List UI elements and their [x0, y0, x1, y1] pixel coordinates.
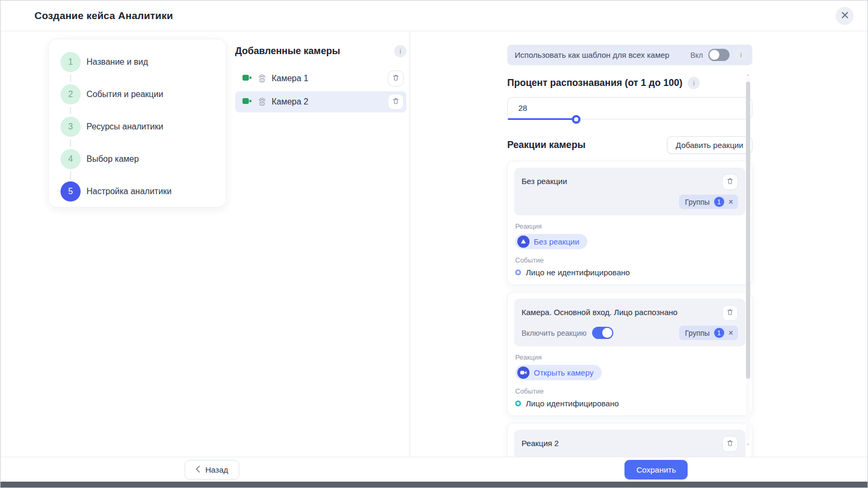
- reaction-pill-label: Открыть камеру: [534, 368, 594, 377]
- added-cameras-panel: Добавленные камеры i Камера 1: [227, 39, 410, 457]
- reaction-pill[interactable]: Без реакции: [515, 234, 587, 249]
- stepper-step-2[interactable]: 2 События и реакции: [60, 84, 214, 104]
- added-cameras-title: Добавленные камеры: [235, 46, 340, 57]
- toggle-state-label: Вкл: [690, 51, 703, 59]
- step-label: События и реакции: [86, 90, 163, 99]
- reaction-card-header: Реакция 2 Включить реакцию Добави: [514, 430, 745, 457]
- page-title: Создание кейса Аналитики: [34, 10, 173, 22]
- delete-reaction-button[interactable]: [722, 174, 738, 190]
- reaction-card-header: Камера. Основной вход. Лицо распознано В…: [514, 299, 745, 346]
- back-button-label: Назад: [205, 465, 228, 474]
- info-icon[interactable]: i: [688, 77, 700, 89]
- back-button[interactable]: Назад: [185, 460, 239, 480]
- left-pane: 1 Название и вид 2 События и реакции 3 Р…: [1, 31, 410, 457]
- groups-chip[interactable]: Группы 1 ×: [679, 326, 738, 340]
- video-camera-icon: [242, 97, 253, 107]
- camera-name: Камера 1: [272, 74, 308, 83]
- stream-device-icon: [257, 74, 267, 83]
- step-connector: [70, 75, 71, 82]
- scrollbar[interactable]: ▲ ▼: [746, 78, 750, 441]
- stepper-step-3[interactable]: 3 Ресурсы аналитики: [60, 117, 214, 137]
- stepper-step-1[interactable]: 1 Название и вид: [60, 52, 214, 72]
- step-label: Ресурсы аналитики: [86, 122, 163, 132]
- stepper-step-4[interactable]: 4 Выбор камер: [60, 149, 214, 169]
- dialog-footer: Назад Сохранить: [1, 457, 867, 482]
- reaction-card-header: Без реакции Группы 1 ×: [514, 168, 745, 215]
- stream-device-icon: [257, 98, 267, 106]
- step-number: 5: [60, 181, 81, 202]
- window-bottom-edge: [1, 482, 867, 487]
- toggle-knob: [709, 50, 719, 60]
- event-status-icon: [515, 400, 521, 406]
- template-banner: Использовать как шаблон для всех камер В…: [507, 45, 752, 65]
- scroll-down-icon[interactable]: ▼: [746, 443, 750, 446]
- reaction-field-label: Реакция: [515, 222, 744, 230]
- close-button[interactable]: [836, 7, 854, 25]
- template-toggle[interactable]: [708, 49, 730, 61]
- recognition-slider-handle[interactable]: [572, 115, 580, 124]
- no-reaction-icon: [517, 236, 530, 248]
- enable-reaction-label: Включить реакцию: [522, 329, 587, 337]
- step-number: 1: [60, 52, 81, 72]
- delete-camera-button[interactable]: [388, 94, 404, 110]
- trash-icon: [392, 97, 400, 107]
- groups-chip[interactable]: Группы 1 ×: [679, 195, 738, 209]
- delete-reaction-button[interactable]: [722, 436, 738, 452]
- step-connector: [70, 107, 71, 114]
- reaction-card: Камера. Основной вход. Лицо распознано В…: [507, 292, 752, 416]
- reaction-field-label: Реакция: [515, 353, 744, 361]
- chip-close-icon[interactable]: ×: [728, 329, 733, 337]
- create-analytics-case-dialog: Создание кейса Аналитики 1 Название и ви…: [0, 0, 868, 488]
- step-number: 2: [60, 84, 81, 104]
- save-button[interactable]: Сохранить: [624, 460, 688, 480]
- reaction-pill-label: Без реакции: [534, 237, 579, 246]
- groups-chip-label: Группы: [685, 329, 710, 337]
- dialog-body: 1 Название и вид 2 События и реакции 3 Р…: [1, 31, 867, 457]
- groups-count-badge: 1: [714, 328, 724, 338]
- recognition-percent-value: 28: [508, 98, 752, 119]
- stepper: 1 Название и вид 2 События и реакции 3 Р…: [48, 39, 227, 207]
- stepper-step-5[interactable]: 5 Настройка аналитики: [60, 181, 214, 202]
- step-label: Настройка аналитики: [86, 187, 171, 196]
- analytics-settings-panel: Использовать как шаблон для всех камер В…: [410, 31, 867, 457]
- delete-camera-button[interactable]: [388, 71, 404, 86]
- toggle-knob: [602, 328, 612, 338]
- camera-list-item[interactable]: Камера 2: [235, 91, 406, 112]
- open-camera-icon: [517, 367, 530, 379]
- event-name: Лицо не идентифицировано: [526, 268, 630, 277]
- scroll-up-icon[interactable]: ▲: [746, 73, 750, 76]
- event-status-icon: [515, 269, 521, 275]
- trash-icon: [392, 74, 400, 83]
- enable-reaction-toggle[interactable]: [592, 327, 613, 339]
- event-field-label: Событие: [515, 387, 744, 395]
- reaction-card-title: Реакция 2: [522, 436, 559, 448]
- groups-chip-label: Группы: [685, 198, 710, 206]
- recognition-slider-fill: [508, 118, 576, 120]
- camera-name: Камера 2: [272, 97, 308, 107]
- add-reactions-button[interactable]: Добавить реакции: [667, 136, 752, 154]
- scrollbar-thumb[interactable]: [746, 82, 750, 379]
- close-icon: [841, 11, 849, 21]
- event-field-label: Событие: [515, 256, 744, 264]
- chevron-left-icon: [196, 465, 200, 474]
- template-banner-label: Использовать как шаблон для всех камер: [515, 50, 670, 59]
- trash-icon: [726, 308, 734, 318]
- step-number: 3: [60, 117, 81, 137]
- info-icon[interactable]: i: [394, 45, 406, 57]
- delete-reaction-button[interactable]: [722, 305, 738, 321]
- info-icon[interactable]: i: [735, 49, 747, 61]
- camera-list-item[interactable]: Камера 1: [235, 68, 406, 89]
- dialog-header: Создание кейса Аналитики: [1, 1, 867, 31]
- event-name: Лицо идентифицировано: [526, 399, 619, 408]
- trash-icon: [726, 439, 734, 449]
- trash-icon: [726, 177, 734, 187]
- recognition-percent-field[interactable]: 28: [507, 97, 752, 119]
- reactions-title: Реакции камеры: [507, 140, 586, 151]
- chip-close-icon[interactable]: ×: [728, 198, 733, 206]
- reaction-card: Без реакции Группы 1 ×: [507, 161, 752, 285]
- video-camera-icon: [242, 74, 253, 83]
- step-label: Выбор камер: [86, 154, 139, 164]
- step-number: 4: [60, 149, 81, 169]
- reaction-pill[interactable]: Открыть камеру: [515, 365, 602, 380]
- step-connector: [70, 140, 71, 146]
